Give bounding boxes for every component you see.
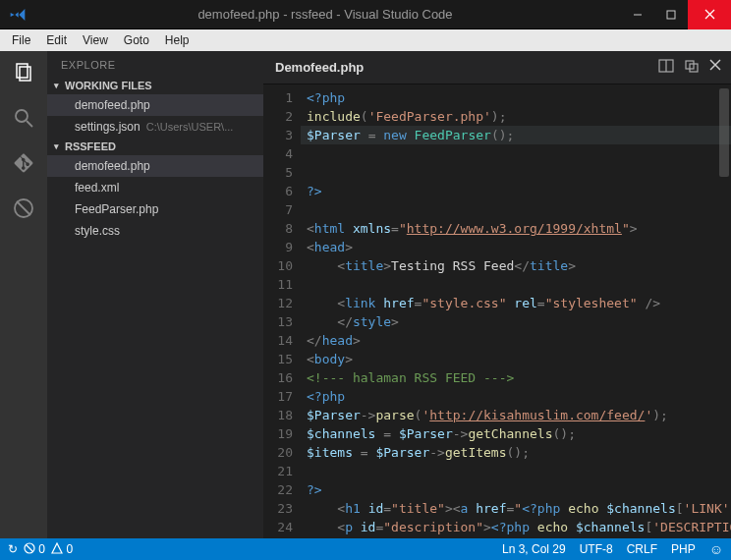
svg-line-7 (27, 121, 32, 127)
warnings-status[interactable]: 0 (51, 542, 73, 556)
file-item[interactable]: feed.xml (47, 177, 263, 198)
working-files-label: WORKING FILES (65, 80, 152, 91)
file-label: style.css (75, 224, 120, 238)
working-files-header[interactable]: ▾ WORKING FILES (47, 77, 263, 94)
code-editor[interactable]: 123456789101112131415161718192021222324 … (263, 84, 731, 538)
svg-rect-4 (17, 64, 28, 78)
menu-help[interactable]: Help (157, 31, 197, 49)
vertical-scrollbar[interactable] (719, 88, 729, 177)
errors-count: 0 (38, 542, 45, 556)
activity-bar (0, 51, 47, 538)
svg-point-6 (16, 110, 28, 122)
working-file-item[interactable]: demofeed.php (47, 94, 263, 116)
sidebar: EXPLORE ▾ WORKING FILES demofeed.php set… (47, 51, 263, 538)
folder-label: RSSFEED (65, 140, 116, 152)
vscode-logo-icon (6, 0, 29, 29)
line-numbers: 123456789101112131415161718192021222324 (263, 84, 301, 538)
warnings-count: 0 (66, 542, 73, 556)
file-item[interactable]: style.css (47, 220, 263, 242)
close-button[interactable] (688, 0, 731, 29)
search-icon[interactable] (10, 104, 37, 132)
encoding[interactable]: UTF-8 (580, 542, 613, 556)
explorer-icon[interactable] (10, 59, 37, 86)
main-area: EXPLORE ▾ WORKING FILES demofeed.php set… (0, 51, 731, 538)
maximize-button[interactable] (654, 0, 688, 29)
cursor-position[interactable]: Ln 3, Col 29 (502, 542, 566, 556)
git-icon[interactable] (10, 149, 37, 177)
close-tab-icon[interactable] (709, 59, 721, 76)
file-item[interactable]: demofeed.php (47, 155, 263, 177)
menu-goto[interactable]: Goto (116, 31, 157, 49)
language-mode[interactable]: PHP (671, 542, 696, 556)
minimize-button[interactable] (621, 0, 654, 29)
sync-icon[interactable]: ↻ (8, 542, 18, 556)
editor-area: Demofeed.php 123456789101112131415161718… (263, 51, 731, 538)
file-label: demofeed.php (75, 98, 150, 112)
file-label: FeedParser.php (75, 202, 158, 216)
tab-actions (658, 59, 731, 76)
code-lines[interactable]: <?php include('FeedParser.php'); $Parser… (301, 84, 731, 538)
eol[interactable]: CRLF (627, 542, 657, 556)
split-editor-icon[interactable] (658, 59, 674, 76)
file-label: feed.xml (75, 181, 119, 195)
file-hint: C:\Users\USER\... (146, 121, 234, 133)
file-label: settings.json (75, 120, 141, 134)
window-controls (621, 0, 731, 29)
menu-bar: File Edit View Goto Help (0, 29, 731, 51)
folder-header[interactable]: ▾ RSSFEED (47, 138, 263, 155)
errors-status[interactable]: 0 (24, 542, 45, 556)
working-file-item[interactable]: settings.json C:\Users\USER\... (47, 116, 263, 138)
feedback-icon[interactable]: ☺ (709, 541, 723, 557)
title-bar: demofeed.php - rssfeed - Visual Studio C… (0, 0, 731, 29)
menu-edit[interactable]: Edit (38, 31, 75, 49)
sidebar-title: EXPLORE (47, 51, 263, 77)
tab-active[interactable]: Demofeed.php (263, 60, 375, 75)
menu-file[interactable]: File (4, 31, 38, 49)
window-title: demofeed.php - rssfeed - Visual Studio C… (29, 7, 621, 22)
svg-rect-5 (20, 67, 30, 81)
svg-rect-1 (667, 11, 675, 19)
file-item[interactable]: FeedParser.php (47, 198, 263, 220)
file-label: demofeed.php (75, 159, 150, 173)
chevron-down-icon: ▾ (51, 81, 61, 90)
svg-line-9 (17, 201, 30, 215)
status-bar: ↻ 0 0 Ln 3, Col 29 UTF-8 CRLF PHP ☺ (0, 538, 731, 560)
tab-bar: Demofeed.php (263, 51, 731, 84)
menu-view[interactable]: View (75, 31, 116, 49)
more-icon[interactable] (684, 59, 700, 76)
debug-icon[interactable] (10, 195, 37, 222)
chevron-down-icon: ▾ (51, 141, 61, 151)
svg-line-17 (27, 545, 32, 551)
